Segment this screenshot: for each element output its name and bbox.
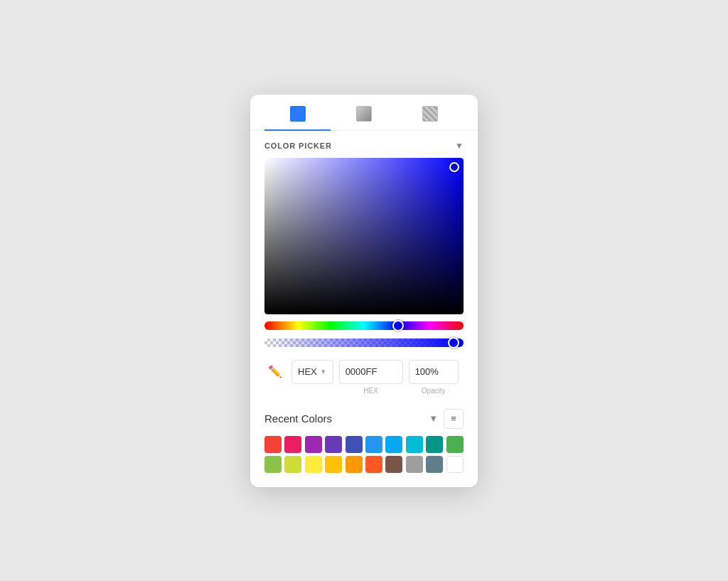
solid-color-icon <box>290 106 306 122</box>
swatch-indigo[interactable] <box>346 436 363 453</box>
tab-pattern[interactable] <box>397 95 464 130</box>
swatch-pink[interactable] <box>284 436 301 453</box>
tab-bar <box>250 95 478 131</box>
tab-solid[interactable] <box>264 95 331 130</box>
opacity-input[interactable] <box>409 360 459 384</box>
opacity-group: Opacity <box>409 360 459 395</box>
swatch-light-blue[interactable] <box>385 436 402 453</box>
swatch-white[interactable] <box>446 456 464 473</box>
swatch-amber[interactable] <box>325 456 342 473</box>
eyedropper-icon: ✏️ <box>268 365 282 378</box>
color-canvas-wrapper[interactable] <box>264 158 464 314</box>
swatch-light-green[interactable] <box>264 456 282 473</box>
swatch-grey[interactable] <box>406 456 423 473</box>
swatch-deep-orange[interactable] <box>365 456 382 473</box>
section-header: COLOR PICKER ▼ <box>250 131 478 158</box>
swatch-yellow[interactable] <box>305 456 322 473</box>
hex-format-dropdown[interactable]: HEX ▼ <box>291 360 333 384</box>
tab-gradient[interactable] <box>331 95 397 130</box>
opacity-gradient <box>264 339 464 347</box>
gradient-icon <box>356 106 372 122</box>
swatch-deep-purple[interactable] <box>325 436 342 453</box>
recent-colors-actions: ▼ ≡ <box>429 409 464 429</box>
hex-label: HEX <box>339 387 403 395</box>
swatch-cyan[interactable] <box>406 436 423 453</box>
swatch-green[interactable] <box>446 436 464 453</box>
swatch-purple[interactable] <box>305 436 322 453</box>
opacity-handle[interactable] <box>448 337 459 348</box>
swatch-orange[interactable] <box>346 456 363 473</box>
list-icon: ≡ <box>451 413 456 424</box>
opacity-slider-bg <box>264 339 464 347</box>
hex-value-input[interactable] <box>339 360 403 384</box>
hue-handle[interactable] <box>392 320 404 331</box>
swatch-brown[interactable] <box>385 456 402 473</box>
hex-format-arrow: ▼ <box>320 368 327 375</box>
swatch-blue[interactable] <box>365 436 382 453</box>
canvas-handle[interactable] <box>449 162 459 172</box>
swatch-blue-grey[interactable] <box>426 456 443 473</box>
inputs-row: ✏️ HEX ▼ HEX Opacity <box>250 350 478 398</box>
recent-colors-title: Recent Colors <box>264 412 332 425</box>
section-title: COLOR PICKER <box>264 142 332 150</box>
swatches-row-2 <box>250 456 478 473</box>
opacity-slider-wrapper[interactable] <box>264 339 464 350</box>
eyedropper-button[interactable]: ✏️ <box>264 360 286 384</box>
section-dropdown-arrow[interactable]: ▼ <box>455 141 464 151</box>
swatch-teal[interactable] <box>426 436 443 453</box>
hex-format-value: HEX <box>298 366 317 377</box>
swatch-red[interactable] <box>264 436 282 453</box>
color-picker-panel: COLOR PICKER ▼ ✏️ HEX ▼ HE <box>250 95 478 487</box>
color-canvas[interactable] <box>264 158 464 314</box>
list-view-button[interactable]: ≡ <box>444 409 464 429</box>
opacity-label: Opacity <box>409 387 459 395</box>
hex-format-group: HEX ▼ <box>291 360 333 384</box>
recent-colors-header: Recent Colors ▼ ≡ <box>250 398 478 436</box>
hue-slider-wrapper[interactable] <box>264 321 464 333</box>
hue-slider[interactable] <box>264 321 464 330</box>
swatch-lime[interactable] <box>284 456 301 473</box>
recent-colors-toggle[interactable]: ▼ <box>429 413 438 424</box>
swatches-row-1 <box>250 436 478 453</box>
pattern-icon <box>422 106 438 122</box>
hex-value-group: HEX <box>339 360 403 395</box>
